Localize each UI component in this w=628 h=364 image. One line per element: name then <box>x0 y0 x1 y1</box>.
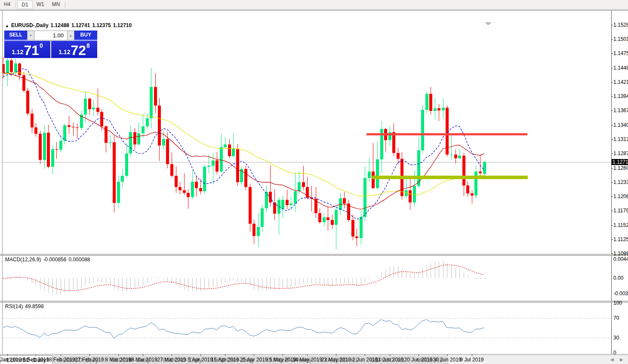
date-axis-label: 8 Mar 2019 <box>105 357 131 363</box>
date-axis-tick <box>172 354 172 356</box>
date-axis-label: 9 Jul 2019 <box>460 357 483 363</box>
volume-decrease-icon[interactable]: ▼ <box>27 31 34 40</box>
price-axis-tick <box>611 211 613 211</box>
date-axis-tick <box>225 354 225 356</box>
date-axis-label: 23 May 2019 <box>321 357 351 363</box>
price-axis-label: 1.15015 <box>613 36 628 42</box>
date-axis-label: 30 Jan 2019 <box>0 357 22 363</box>
date-axis-label: 30 Jun 2019 <box>433 357 461 363</box>
macd-main-value: -0.000856 <box>43 257 66 263</box>
macd-signal-value: 0.000088 <box>68 257 90 263</box>
date-axis-label: 14 May 2019 <box>292 357 322 363</box>
period-button-d1[interactable]: D1 <box>17 0 32 9</box>
date-axis-tick <box>447 354 447 356</box>
price-axis-label: 1.13405 <box>613 122 628 128</box>
date-axis-tick <box>472 354 472 356</box>
periods-toolbar: H4D1W1MN <box>0 0 628 10</box>
price-axis-tick <box>611 53 613 54</box>
price-axis-tick <box>611 168 613 168</box>
macd-axis-label: 0.004465 <box>613 256 628 262</box>
chart-symbol-label: EURUSD-,Daily <box>11 22 49 28</box>
chart-low-value: 1.12375 <box>92 22 111 28</box>
rsi-value: 49.8598 <box>25 303 43 309</box>
volume-input[interactable] <box>34 31 67 40</box>
price-axis-label: 1.13135 <box>613 136 628 142</box>
period-button-h4[interactable]: H4 <box>0 0 14 9</box>
date-axis-tick <box>365 354 365 356</box>
date-axis-label: 25 Apr 2019 <box>240 357 268 363</box>
price-axis-label: 1.13675 <box>613 107 628 113</box>
current-price-badge: 1.12710 <box>612 159 628 165</box>
price-axis-label: 1.12870 <box>613 150 628 156</box>
date-axis-label: 18 Feb 2019 <box>46 357 75 363</box>
date-axis-tick <box>254 354 254 356</box>
price-axis-label: 1.14210 <box>613 79 628 85</box>
price-axis-tick <box>611 68 613 68</box>
price-axis-tick <box>611 39 613 40</box>
date-axis-tick <box>7 354 8 356</box>
price-axis-tick <box>611 196 613 197</box>
date-axis-label: 27 Feb 2019 <box>75 357 104 363</box>
rsi-axis-label: 0 <box>613 350 616 356</box>
sell-price-base: 1.12 <box>12 49 23 55</box>
tab-scroll-right-icon[interactable]: ▶ <box>620 357 623 362</box>
price-axis-tick <box>611 239 613 240</box>
date-axis-tick <box>89 354 90 356</box>
price-axis-tick <box>611 225 613 226</box>
price-axis-tick <box>611 96 613 97</box>
date-axis-tick <box>307 354 308 356</box>
date-axis-label: 20 Jun 2019 <box>404 357 433 363</box>
price-axis-tick <box>611 153 613 154</box>
date-axis-tick <box>419 354 419 356</box>
price-axis-label: 1.12065 <box>613 193 628 199</box>
sell-button[interactable]: SELL <box>4 31 27 40</box>
chart-title: ▲EURUSD-,Daily1.124881.127411.123751.127… <box>5 22 134 28</box>
panel-divider[interactable] <box>0 301 628 303</box>
buy-price-pips: 72 <box>71 44 86 56</box>
rsi-axis-label: 30 <box>613 335 619 341</box>
date-axis-tick <box>143 354 143 356</box>
one-click-trading-widget: SELL ▼ ▲ BUY 1.12 71 0 1.12 72 8 <box>4 31 97 58</box>
rsi-chart-canvas[interactable] <box>3 303 611 354</box>
buy-price-panel[interactable]: 1.12 72 8 <box>51 41 97 58</box>
date-axis-tick <box>36 354 36 356</box>
price-axis-label: 1.13945 <box>613 93 628 99</box>
date-axis-tick <box>336 354 336 356</box>
period-button-mn[interactable]: MN <box>48 0 64 9</box>
date-axis-label: 2 Jun 2019 <box>352 357 378 363</box>
rsi-indicator-label: RSI(14) <box>5 303 23 309</box>
price-axis-tick <box>611 254 613 254</box>
buy-button[interactable]: BUY <box>74 31 97 40</box>
period-button-w1[interactable]: W1 <box>33 0 48 9</box>
date-axis-label: 15 Apr 2019 <box>211 357 239 363</box>
macd-axis-label: 0.00 <box>613 275 623 281</box>
price-axis-label: 1.11795 <box>613 208 628 214</box>
price-axis-tick <box>611 139 613 140</box>
buy-price-base: 1.12 <box>58 49 70 55</box>
price-axis-tick <box>611 25 613 25</box>
macd-label-row: MACD(12,26,9)-0.0008560.000088 <box>5 257 92 263</box>
price-axis-label: 1.14750 <box>613 50 628 56</box>
date-axis-tick <box>200 354 201 356</box>
buy-price-point: 8 <box>86 42 90 49</box>
price-axis-label: 1.12330 <box>613 179 628 185</box>
chart-window: ▲EURUSD-,Daily1.124881.127411.123751.127… <box>0 10 628 355</box>
date-axis-label: 27 Mar 2019 <box>157 357 186 363</box>
date-axis-tick <box>390 354 390 356</box>
macd-chart-canvas[interactable] <box>3 256 611 300</box>
date-axis-label: 5 Apr 2019 <box>188 357 213 363</box>
rsi-axis-label: 70 <box>613 315 619 321</box>
price-axis-tick <box>611 182 613 183</box>
macd-indicator-label: MACD(12,26,9) <box>5 257 41 263</box>
chart-collapse-icon[interactable]: ▲ <box>5 24 9 28</box>
price-axis-tick <box>611 125 613 125</box>
sell-price-panel[interactable]: 1.12 71 0 <box>4 41 50 58</box>
panel-divider[interactable] <box>0 254 628 256</box>
date-axis-tick <box>118 354 119 356</box>
volume-increase-icon[interactable]: ▲ <box>67 31 74 40</box>
price-axis-label: 1.11255 <box>613 236 628 242</box>
price-axis-label: 1.11525 <box>613 222 628 228</box>
date-axis-label: 8 Feb 2019 <box>23 357 49 363</box>
tab-scroll-left-icon[interactable]: ◀ <box>610 357 614 362</box>
chart-high-value: 1.12741 <box>71 22 90 28</box>
